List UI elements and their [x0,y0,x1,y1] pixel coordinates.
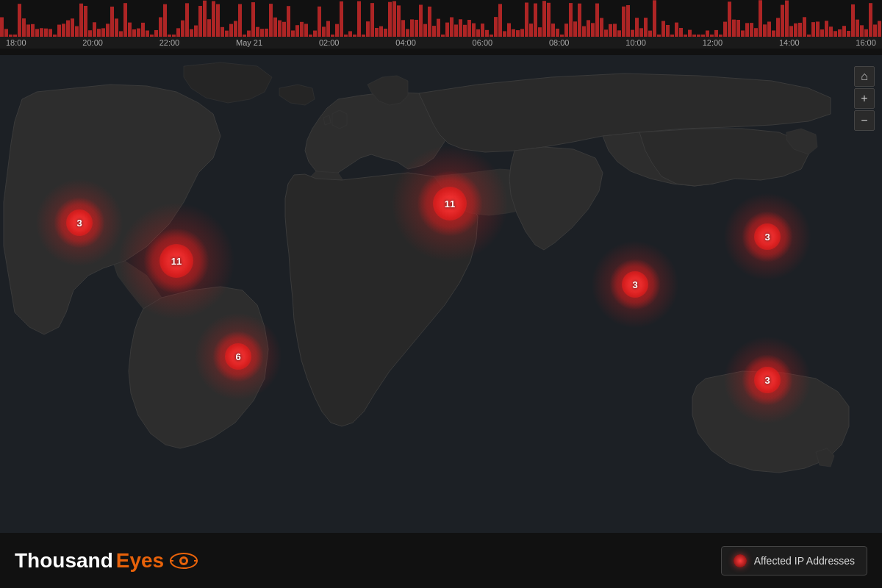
logo-eye-icon [170,553,198,569]
time-label-6: 06:00 [473,38,493,47]
time-label-4: 02:00 [319,38,340,47]
time-label-10: 14:00 [779,38,800,47]
legend: Affected IP Addresses [721,546,867,576]
time-label-3: May 21 [236,38,262,47]
timeline-labels: 18:00 20:00 22:00 May 21 02:00 04:00 06:… [0,37,882,49]
time-label-5: 04:00 [395,38,416,47]
logo-thousand: Thousand [15,549,113,573]
time-label-11: 16:00 [856,38,876,47]
logo: ThousandEyes [15,549,198,573]
zoom-in-button[interactable]: + [854,88,875,109]
svg-point-4 [182,559,186,563]
time-label-1: 20:00 [82,38,103,47]
time-label-2: 22:00 [159,38,180,47]
map-controls: ⌂ + − [854,66,875,131]
zoom-out-button[interactable]: − [854,110,875,131]
legend-dot [734,554,747,567]
time-label-8: 10:00 [625,38,646,47]
logo-eyes: Eyes [116,549,164,573]
time-label-7: 08:00 [549,38,570,47]
world-map-container[interactable]: 3 11 6 11 3 3 [0,55,882,533]
legend-label: Affected IP Addresses [754,555,855,567]
time-label-0: 18:00 [6,38,26,47]
bottom-bar: ThousandEyes Affected IP Addresses [0,533,882,588]
home-button[interactable]: ⌂ [854,66,875,87]
time-label-9: 12:00 [703,38,723,47]
